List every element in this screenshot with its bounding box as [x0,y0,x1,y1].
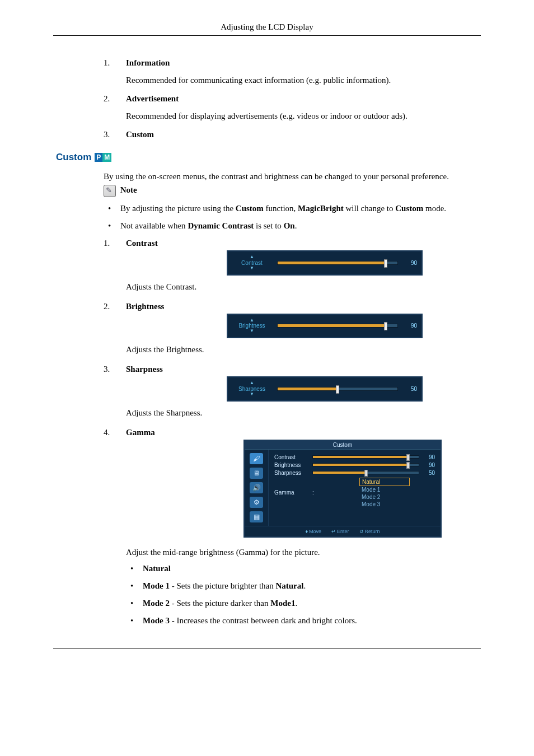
item-desc: Adjusts the Brightness. [126,345,481,354]
item-number: 2. [104,302,110,311]
osd-sidebar: 🖌 🖥 🔊 ⚙ ▦ [245,450,269,526]
brightness-slider[interactable] [277,324,398,328]
item-number: 2. [104,94,110,104]
item-title: Brightness [126,302,164,311]
note-row: Note [104,185,481,197]
list-item-brightness: 2. Brightness ▲ Brightness ▼ 90 Adjusts … [104,302,481,355]
pm-badge: PM [95,153,111,162]
slider-label: ▲ Contrast ▼ [232,255,271,271]
osd-row-gamma[interactable]: Gamma : Natural Mode 1 Mode 2 Mode 3 [274,478,435,508]
gamma-mode-item: Mode 2 - Sets the picture darker than Mo… [126,599,481,608]
item-number: 3. [104,130,110,139]
contrast-slider[interactable] [277,261,398,265]
slider-value: 90 [404,323,417,329]
brightness-slider-panel: ▲ Brightness ▼ 90 [227,314,423,339]
osd-return-hint: ↺Return [359,529,380,534]
sharpness-slider[interactable] [277,387,398,391]
osd-footer: ♦Move ↵Enter ↺Return [245,526,441,536]
osd-row-contrast[interactable]: Contrast 90 [274,454,435,460]
slider-value: 50 [404,386,417,392]
down-arrow-icon: ▼ [232,329,271,334]
page-header: Adjusting the LCD Display [53,22,481,36]
slider-label: ▲ Brightness ▼ [232,318,271,334]
osd-row-sharpness[interactable]: Sharpness 50 [274,470,435,476]
note-icon [104,185,116,197]
gamma-option-mode2[interactable]: Mode 2 [359,493,410,501]
up-arrow-icon: ▲ [232,318,271,323]
list-item-gamma: 4. Gamma Custom 🖌 🖥 🔊 ⚙ ▦ [104,428,481,626]
item-desc: Adjusts the Sharpness. [126,408,481,418]
section-heading-text: Custom [56,152,91,163]
list-item: 1. Information Recommended for communica… [104,58,481,85]
item-number: 1. [104,239,110,248]
list-item-contrast: 1. Contrast ▲ Contrast ▼ 90 Adjusts the … [104,239,481,292]
intro-list: 1. Information Recommended for communica… [104,58,481,139]
osd-row-brightness[interactable]: Brightness 90 [274,462,435,468]
picture-icon[interactable]: 🖌 [250,453,263,464]
down-arrow-icon: ▼ [232,392,271,397]
item-title: Custom [126,130,154,139]
custom-items: 1. Contrast ▲ Contrast ▼ 90 Adjusts the … [104,239,481,626]
osd-title: Custom [245,441,441,450]
screen-icon[interactable]: 🖥 [250,468,263,479]
list-item: 2. Advertisement Recommended for display… [104,94,481,121]
multi-icon[interactable]: ▦ [250,511,263,522]
list-item: 3. Custom [104,130,481,139]
footer-rule [53,648,481,648]
item-number: 1. [104,58,110,68]
sound-icon[interactable]: 🔊 [250,482,263,493]
gamma-mode-item: Mode 3 - Increases the contrast between … [126,616,481,626]
gamma-option-mode1[interactable]: Mode 1 [359,486,410,493]
item-title: Gamma [126,428,155,437]
note-item: Not available when Dynamic Contrast is s… [104,221,481,231]
up-arrow-icon: ▲ [232,381,271,386]
custom-intro: By using the on-screen menus, the contra… [104,172,481,181]
item-title: Information [126,58,170,67]
note-label: Note [120,185,137,194]
section-heading-custom: Custom PM [56,152,534,163]
item-title: Sharpness [126,365,163,374]
note-item: By adjusting the picture using the Custo… [104,204,481,213]
item-desc: Recommended for communicating exact info… [126,76,481,85]
badge-p: P [95,153,102,162]
item-desc: Adjusts the Contrast. [126,282,481,292]
setup-icon[interactable]: ⚙ [250,497,263,508]
osd-main: Contrast 90 Brightness 90 Sharpness [269,450,441,526]
up-arrow-icon: ▲ [232,255,271,260]
item-desc: Recommended for displaying advertisement… [126,111,481,121]
gamma-option-mode3[interactable]: Mode 3 [359,501,410,508]
osd-move-hint: ♦Move [305,529,321,534]
slider-value: 90 [404,260,417,266]
sharpness-slider-panel: ▲ Sharpness ▼ 50 [227,376,423,402]
slider-label: ▲ Sharpness ▼ [232,381,271,397]
gamma-osd-panel: Custom 🖌 🖥 🔊 ⚙ ▦ Contrast [243,440,442,538]
gamma-mode-list: Natural Mode 1 - Sets the picture bright… [126,564,481,626]
down-arrow-icon: ▼ [232,266,271,271]
gamma-mode-item: Mode 1 - Sets the picture brighter than … [126,581,481,591]
item-title: Advertisement [126,94,179,103]
list-item-sharpness: 3. Sharpness ▲ Sharpness ▼ 50 Adjusts th… [104,365,481,418]
contrast-slider-panel: ▲ Contrast ▼ 90 [227,250,423,276]
gamma-dropdown[interactable]: Natural Mode 1 Mode 2 Mode 3 [359,478,410,508]
item-title: Contrast [126,239,158,248]
item-number: 4. [104,428,110,437]
osd-enter-hint: ↵Enter [331,529,349,534]
note-list: By adjusting the picture using the Custo… [104,204,481,231]
gamma-mode-item: Natural [126,564,481,573]
gamma-desc: Adjust the mid-range brightness (Gamma) … [126,548,481,557]
badge-m: M [102,153,111,162]
item-number: 3. [104,365,110,374]
gamma-option-natural[interactable]: Natural [359,478,410,486]
